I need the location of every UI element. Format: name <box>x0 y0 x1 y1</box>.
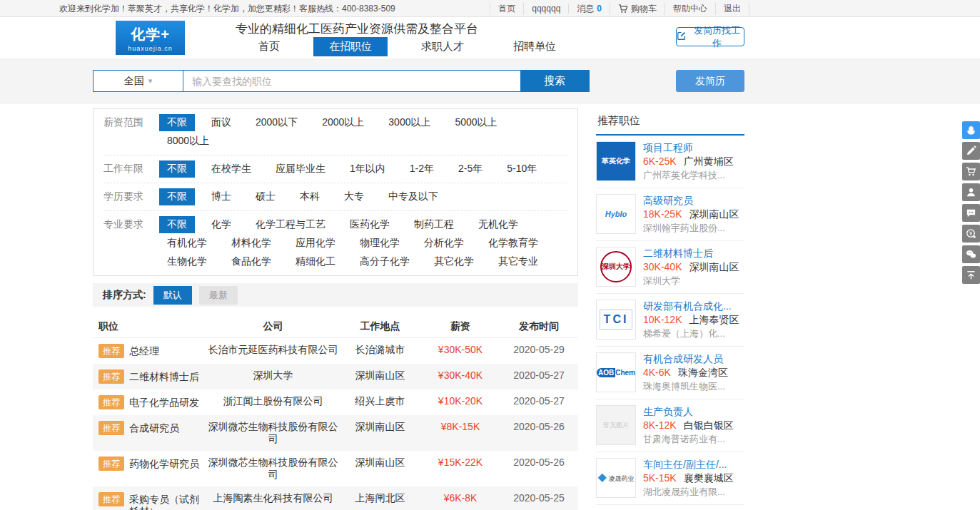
topbar-home-link[interactable]: 首页 <box>490 3 524 15</box>
filter-option[interactable]: 不限 <box>159 188 195 205</box>
recommended-job-item[interactable]: AOBChem 有机合成研发人员 4K-6K珠海金湾区 珠海奥博凯生物医... <box>596 347 744 399</box>
filter-option[interactable]: 大专 <box>336 188 372 205</box>
filter-option[interactable]: 5-10年 <box>499 160 545 178</box>
job-row[interactable]: 推荐 电子化学品研发 浙江闻土股份有限公司 绍兴上虞市 ¥10K-20K 202… <box>93 389 578 415</box>
filter-option[interactable]: 制药工程 <box>406 216 462 233</box>
edit-icon <box>677 31 687 43</box>
job-row[interactable]: 推荐 合成研究员 深圳微芯生物科技股份有限公司 深圳南山区 ¥8K-15K 20… <box>93 415 578 451</box>
filter-option[interactable]: 精细化工 <box>288 253 343 270</box>
job-title-link[interactable]: 电子化学品研发 <box>129 395 199 409</box>
filter-option[interactable]: 1-2年 <box>402 160 442 178</box>
qq-button[interactable] <box>962 121 980 139</box>
filter-option[interactable]: 食品化学 <box>223 253 279 270</box>
site-logo[interactable]: 化学+ huaxuejia.cn <box>116 21 185 55</box>
col-header-title: 职位 <box>93 315 207 337</box>
job-title-link[interactable]: 项目工程师 <box>643 141 744 155</box>
sort-newest-button[interactable]: 最新 <box>199 286 238 305</box>
job-title-link[interactable]: 合成研究员 <box>129 421 179 434</box>
user-button[interactable] <box>962 183 980 201</box>
filter-option[interactable]: 1年以内 <box>342 160 393 178</box>
filter-option[interactable]: 分析化学 <box>416 235 472 252</box>
chat-button[interactable] <box>962 204 980 222</box>
job-row[interactable]: 推荐 二维材料博士后 深圳大学 深圳南山区 ¥30K-40K 2020-05-2… <box>93 364 578 389</box>
job-title-link[interactable]: 有机合成研发人员 <box>643 352 744 366</box>
topbar-menu: 首页 qqqqqq 消息0 购物车 帮助中心 退出 <box>490 0 749 17</box>
filter-option[interactable]: 生物化学 <box>159 253 215 270</box>
logo-text: 化学+ <box>116 25 185 44</box>
recommended-job-item[interactable]: 暂无图片 生产负责人 8K-12K白银白银区 甘肃海普诺药业有... <box>596 399 744 452</box>
left-column: 薪资范围 不限面议2000以下2000以上3000以上5000以上8000以上 … <box>93 108 578 510</box>
job-row[interactable]: 推荐 采购专员（试剂耗材） 上海陶素生化科技有限公司 上海闸北区 ¥6K-8K … <box>93 486 578 510</box>
nav-employers[interactable]: 招聘单位 <box>497 37 572 56</box>
job-row[interactable]: 推荐 总经理 长治市元延医药科技有限公司 长治潞城市 ¥30K-50K 2020… <box>93 338 578 364</box>
filter-option[interactable]: 物理化学 <box>352 235 408 252</box>
topbar-help-link[interactable]: 帮助中心 <box>665 3 716 15</box>
filter-option[interactable]: 硕士 <box>248 188 283 205</box>
filter-option[interactable]: 材料化学 <box>223 235 279 252</box>
recommended-badge: 推荐 <box>98 492 124 506</box>
recommended-job-item[interactable]: HybIo 高级研究员 18K-25K深圳南山区 深圳翰宇药业股份... <box>596 188 744 241</box>
topbar-username-link[interactable]: qqqqqq <box>524 4 569 14</box>
filter-option[interactable]: 不限 <box>159 216 195 233</box>
filter-option[interactable]: 本科 <box>292 188 328 205</box>
qq-icon <box>966 125 976 136</box>
filter-option[interactable]: 8000以上 <box>159 133 217 150</box>
recommended-job-item[interactable]: 深圳大学 二维材料博士后 30K-40K深圳南山区 深圳大学 <box>596 241 744 294</box>
filter-option[interactable]: 3000以上 <box>380 114 438 131</box>
post-resume-button[interactable]: 发简历 <box>676 70 744 92</box>
search-input[interactable] <box>183 71 520 91</box>
job-title-link[interactable]: 二维材料博士后 <box>643 247 744 260</box>
filter-option[interactable]: 高分子化学 <box>352 253 418 270</box>
job-title-link[interactable]: 车间主任/副主任/... <box>643 458 744 471</box>
job-location: 深圳南山区 <box>339 364 421 389</box>
recommended-job-item[interactable]: 萃英化学 项目工程师 6K-25K广州黄埔区 广州萃英化学科技... <box>596 136 744 188</box>
filter-option[interactable]: 其它专业 <box>490 253 546 270</box>
topbar-logout-link[interactable]: 退出 <box>716 3 749 15</box>
filter-option[interactable]: 博士 <box>203 188 239 205</box>
topbar-cart-link[interactable]: 购物车 <box>610 3 665 15</box>
filter-option[interactable]: 在校学生 <box>203 160 259 178</box>
recommended-job-item[interactable]: ◆ 凌晟药业 车间主任/副主任/... 5K-15K襄樊襄城区 湖北凌晟药业有限… <box>596 452 744 505</box>
topbar-messages-link[interactable]: 消息0 <box>569 3 610 15</box>
search-button[interactable]: 搜索 <box>520 71 589 91</box>
filter-option[interactable]: 化学工程与工艺 <box>248 216 333 233</box>
filter-option[interactable]: 不限 <box>159 114 195 131</box>
filter-option[interactable]: 面议 <box>203 114 239 131</box>
job-title-link[interactable]: 药物化学研究员 <box>129 457 199 470</box>
job-title-link[interactable]: 采购专员（试剂耗材） <box>129 492 207 510</box>
nav-open-positions[interactable]: 在招职位 <box>313 37 388 56</box>
filter-option[interactable]: 其它化学 <box>426 253 482 270</box>
filter-option[interactable]: 2000以上 <box>314 114 372 131</box>
filter-option[interactable]: 无机化学 <box>470 216 526 233</box>
back-to-top-button[interactable] <box>962 266 980 284</box>
nav-home[interactable]: 首页 <box>243 37 295 56</box>
post-resume-find-job-button[interactable]: 发简历找工作 <box>676 27 744 46</box>
pencil-button[interactable] <box>962 142 980 160</box>
yuan-plus-button[interactable]: ¥ <box>962 225 980 243</box>
sort-default-button[interactable]: 默认 <box>153 286 192 305</box>
job-salary: ¥15K-22K <box>421 451 500 486</box>
filter-option[interactable]: 2000以下 <box>248 114 305 131</box>
job-title-link[interactable]: 生产负责人 <box>643 405 744 419</box>
region-select[interactable]: 全国 ▾ <box>94 71 183 91</box>
job-title-link[interactable]: 二维材料博士后 <box>129 369 199 383</box>
nav-job-seekers[interactable]: 求职人才 <box>405 37 480 56</box>
filter-option[interactable]: 中专及以下 <box>380 188 446 205</box>
filter-option[interactable]: 有机化学 <box>159 235 215 252</box>
wechat-button[interactable] <box>962 245 980 263</box>
filter-option[interactable]: 化学教育学 <box>480 235 546 252</box>
filter-option[interactable]: 不限 <box>159 160 195 178</box>
job-title-link[interactable]: 研发部有机合成化... <box>643 300 744 313</box>
job-title-link[interactable]: 高级研究员 <box>643 194 744 208</box>
filter-option[interactable]: 5000以上 <box>447 114 505 131</box>
filter-option[interactable]: 应届毕业生 <box>268 160 333 178</box>
filter-option[interactable]: 化学 <box>203 216 239 233</box>
company-logo: HybIo <box>596 194 636 234</box>
filter-option[interactable]: 医药化学 <box>342 216 398 233</box>
filter-option[interactable]: 应用化学 <box>288 235 343 252</box>
cart-button[interactable] <box>962 163 980 180</box>
job-row[interactable]: 推荐 药物化学研究员 深圳微芯生物科技股份有限公司 深圳南山区 ¥15K-22K… <box>93 451 578 486</box>
filter-option[interactable]: 2-5年 <box>450 160 490 178</box>
recommended-job-item[interactable]: TCI 研发部有机合成化... 10K-12K上海奉贤区 梯希爱（上海）化... <box>596 294 744 347</box>
job-title-link[interactable]: 总经理 <box>129 344 159 357</box>
